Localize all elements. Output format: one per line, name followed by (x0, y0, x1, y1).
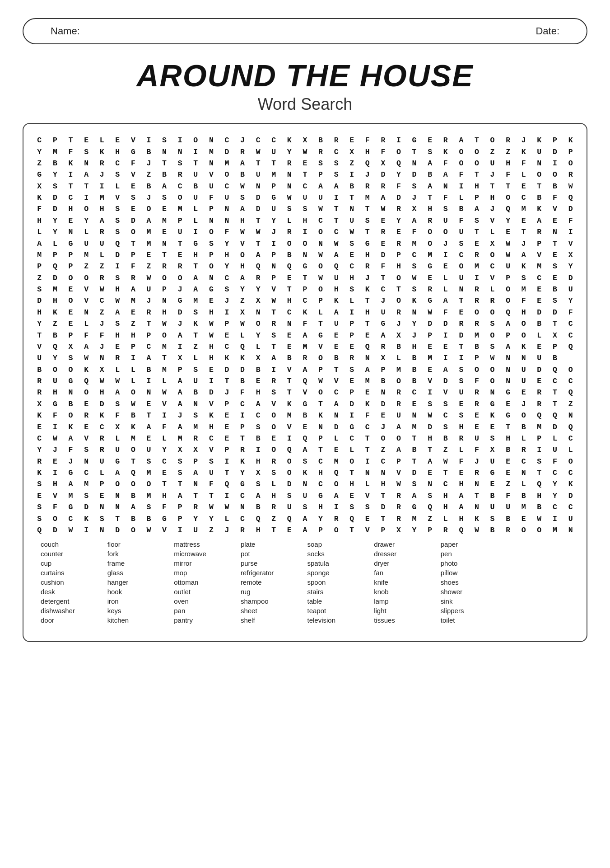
grid-cell: S (47, 181, 63, 192)
grid-cell: Y (391, 169, 407, 180)
grid-cell: W (204, 329, 219, 341)
grid-cell: Q (79, 375, 94, 387)
grid-cell: X (375, 158, 391, 169)
grid-cell: L (453, 444, 469, 455)
grid-cell: S (484, 341, 500, 352)
grid-cell: K (282, 399, 298, 410)
grid-cell: F (219, 226, 235, 238)
grid-cell: T (453, 295, 469, 306)
grid-cell: C (79, 467, 94, 479)
grid-cell: W (79, 352, 94, 364)
grid-cell: F (406, 226, 422, 238)
grid-cell: B (297, 410, 313, 421)
word-item: desk (41, 588, 103, 596)
grid-cell: H (47, 295, 63, 306)
grid-cell: G (484, 399, 500, 410)
word-item: counter (41, 550, 103, 558)
grid-cell: V (563, 238, 578, 249)
word-item: pillow (441, 569, 503, 577)
grid-cell: B (250, 502, 266, 513)
grid-cell: A (328, 249, 344, 261)
grid-cell: Y (235, 467, 251, 479)
grid-cell: Y (47, 352, 63, 364)
grid-cell: E (500, 456, 516, 467)
grid-cell: E (516, 513, 531, 524)
grid-cell: J (94, 341, 110, 352)
grid-cell: U (141, 444, 157, 455)
grid-cell: Q (391, 158, 407, 169)
grid-cell: J (406, 329, 422, 341)
grid-cell: E (531, 341, 547, 352)
grid-cell: T (172, 238, 188, 249)
grid-cell: B (126, 513, 141, 524)
grid-cell: X (484, 444, 500, 455)
grid-cell: S (344, 364, 360, 375)
word-item: drawer (374, 540, 436, 548)
grid-cell: T (328, 215, 344, 226)
grid-cell: O (391, 375, 407, 387)
grid-cell: J (516, 135, 531, 146)
grid-cell: U (172, 226, 188, 238)
grid-cell: W (406, 272, 422, 284)
grid-cell: P (204, 203, 219, 215)
grid-cell: P (266, 272, 282, 284)
grid-cell: D (375, 502, 391, 513)
grid-cell: W (344, 226, 360, 238)
grid-cell: T (250, 158, 266, 169)
grid-cell: M (188, 295, 204, 306)
grid-cell: S (235, 192, 251, 203)
grid-cell: L (94, 467, 110, 479)
grid-cell: N (375, 467, 391, 479)
grid-cell: N (188, 399, 204, 410)
grid-cell: R (235, 525, 251, 536)
grid-cell: U (328, 272, 344, 284)
grid-cell: T (110, 513, 126, 524)
grid-cell: O (484, 364, 500, 375)
word-list-section: couchcountercupcurtainscushiondeskdeterg… (32, 536, 578, 633)
grid-cell: P (172, 364, 188, 375)
grid-cell: N (63, 226, 79, 238)
grid-cell: D (547, 146, 563, 157)
grid-cell: H (484, 192, 500, 203)
grid-cell: E (204, 364, 219, 375)
grid-cell: K (406, 295, 422, 306)
grid-cell: V (359, 490, 375, 502)
grid-cell: C (563, 467, 578, 479)
grid-cell: B (141, 146, 157, 157)
grid-cell: M (359, 192, 375, 203)
grid-cell: A (110, 387, 126, 398)
grid-cell: E (531, 284, 547, 295)
grid-cell: X (63, 341, 79, 352)
grid-cell: V (282, 421, 298, 432)
grid-cell: B (141, 364, 157, 375)
grid-cell: G (63, 375, 79, 387)
grid-cell: V (110, 192, 126, 203)
grid-cell: H (297, 215, 313, 226)
grid-cell: L (94, 249, 110, 261)
grid-cell: N (110, 490, 126, 502)
word-item: toilet (441, 616, 503, 624)
grid-cell: E (344, 341, 360, 352)
grid-cell: B (47, 158, 63, 169)
grid-cell: X (172, 352, 188, 364)
grid-cell: I (438, 352, 453, 364)
grid-cell: U (141, 284, 157, 295)
grid-cell: A (172, 329, 188, 341)
grid-cell: B (250, 364, 266, 375)
grid-cell: G (313, 490, 329, 502)
word-item: floor (107, 540, 170, 548)
grid-cell: A (375, 192, 391, 203)
grid-cell: T (547, 387, 563, 398)
grid-cell: T (500, 421, 516, 432)
grid-cell: A (172, 375, 188, 387)
grid-cell: K (94, 410, 110, 421)
grid-cell: C (235, 490, 251, 502)
grid-cell: J (484, 203, 500, 215)
grid-cell: A (500, 318, 516, 329)
grid-cell: U (204, 467, 219, 479)
grid-cell: R (79, 410, 94, 421)
grid-cell: E (79, 421, 94, 432)
grid-cell: S (110, 318, 126, 329)
grid-cell: H (126, 329, 141, 341)
grid-cell: R (391, 502, 407, 513)
